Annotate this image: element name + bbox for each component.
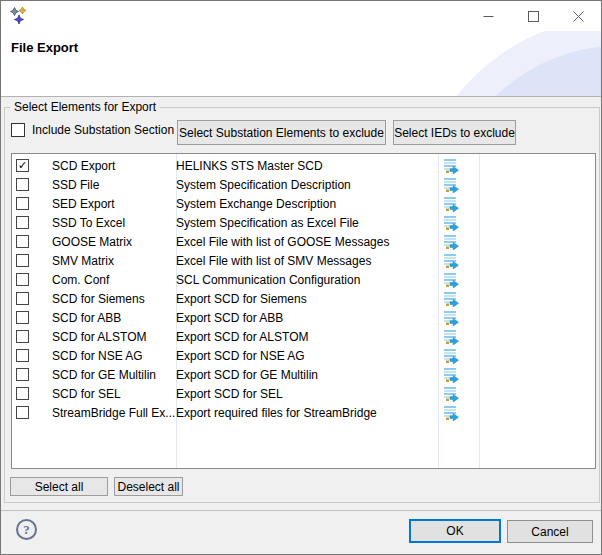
- row-checkbox[interactable]: ✓: [16, 159, 29, 172]
- maximize-button[interactable]: [511, 1, 556, 31]
- table-row[interactable]: SCD for Siemens Export SCD for Siemens: [12, 289, 595, 308]
- export-arrow-icon[interactable]: [439, 405, 479, 421]
- row-checkbox[interactable]: [16, 178, 29, 191]
- select-ieds-button[interactable]: Select IEDs to exclude: [393, 120, 516, 145]
- row-checkbox[interactable]: [16, 387, 29, 400]
- include-substation-label: Include Substation Section: [32, 123, 174, 137]
- footer-separator: [1, 510, 601, 511]
- include-substation-checkbox[interactable]: [11, 123, 25, 137]
- row-name: Com. Conf: [52, 273, 176, 287]
- table-row[interactable]: SCD for ALSTOM Export SCD for ALSTOM: [12, 327, 595, 346]
- export-arrow-icon[interactable]: [439, 215, 479, 231]
- export-arrow-icon[interactable]: [439, 291, 479, 307]
- row-checkbox-cell: [12, 387, 52, 400]
- export-arrow-icon[interactable]: [439, 386, 479, 402]
- row-description: Excel File with list of GOOSE Messages: [176, 235, 439, 249]
- row-description: System Exchange Description: [176, 197, 439, 211]
- row-checkbox[interactable]: [16, 273, 29, 286]
- table-row[interactable]: SSD To Excel System Specification as Exc…: [12, 213, 595, 232]
- table-row[interactable]: SMV Matrix Excel File with list of SMV M…: [12, 251, 595, 270]
- row-checkbox[interactable]: [16, 349, 29, 362]
- row-description: HELINKS STS Master SCD: [176, 159, 439, 173]
- export-arrow-icon[interactable]: [439, 158, 479, 174]
- row-name: SSD File: [52, 178, 176, 192]
- export-arrow-icon[interactable]: [439, 196, 479, 212]
- select-substation-elements-button[interactable]: Select Substation Elements to exclude: [177, 120, 386, 145]
- export-arrow-icon[interactable]: [439, 234, 479, 250]
- table-row[interactable]: SED Export System Exchange Description: [12, 194, 595, 213]
- row-checkbox[interactable]: [16, 368, 29, 381]
- row-checkbox[interactable]: [16, 311, 29, 324]
- select-all-button[interactable]: Select all: [10, 477, 108, 496]
- row-description: System Specification Description: [176, 178, 439, 192]
- row-checkbox-cell: [12, 311, 52, 324]
- table-row[interactable]: ✓ SCD Export HELINKS STS Master SCD: [12, 156, 595, 175]
- row-description: SCL Communication Configuration: [176, 273, 439, 287]
- row-name: StreamBridge Full Ex...: [52, 406, 176, 420]
- export-arrow-icon[interactable]: [439, 253, 479, 269]
- row-name: SSD To Excel: [52, 216, 176, 230]
- row-description: Export SCD for ABB: [176, 311, 439, 325]
- export-arrow-icon[interactable]: [439, 329, 479, 345]
- row-description: Export SCD for Siemens: [176, 292, 439, 306]
- row-name: GOOSE Matrix: [52, 235, 176, 249]
- row-name: SCD for NSE AG: [52, 349, 176, 363]
- row-checkbox[interactable]: [16, 406, 29, 419]
- row-checkbox-cell: [12, 178, 52, 191]
- export-options-table[interactable]: ✓ SCD Export HELINKS STS Master SCD SSD …: [11, 153, 596, 469]
- row-name: SCD for ABB: [52, 311, 176, 325]
- row-name: SED Export: [52, 197, 176, 211]
- export-arrow-icon[interactable]: [439, 367, 479, 383]
- row-checkbox-cell: [12, 235, 52, 248]
- deselect-all-button[interactable]: Deselect all: [114, 477, 183, 496]
- row-checkbox-cell: [12, 406, 52, 419]
- row-checkbox-cell: [12, 197, 52, 210]
- row-name: SCD for Siemens: [52, 292, 176, 306]
- table-row[interactable]: GOOSE Matrix Excel File with list of GOO…: [12, 232, 595, 251]
- row-checkbox-cell: [12, 273, 52, 286]
- app-sparkles-icon: [9, 6, 29, 26]
- table-row[interactable]: SCD for NSE AG Export SCD for NSE AG: [12, 346, 595, 365]
- banner-separator: [1, 96, 601, 97]
- table-row[interactable]: SCD for ABB Export SCD for ABB: [12, 308, 595, 327]
- row-name: SCD for GE Multilin: [52, 368, 176, 382]
- row-checkbox[interactable]: [16, 254, 29, 267]
- table-row[interactable]: SCD for GE Multilin Export SCD for GE Mu…: [12, 365, 595, 384]
- title-bar: [1, 1, 601, 31]
- row-checkbox-cell: [12, 368, 52, 381]
- export-arrow-icon[interactable]: [439, 177, 479, 193]
- close-button[interactable]: [556, 1, 601, 31]
- row-checkbox[interactable]: [16, 197, 29, 210]
- table-row[interactable]: SSD File System Specification Descriptio…: [12, 175, 595, 194]
- table-row[interactable]: Com. Conf SCL Communication Configuratio…: [12, 270, 595, 289]
- group-label: Select Elements for Export: [10, 100, 160, 114]
- row-name: SCD for ALSTOM: [52, 330, 176, 344]
- row-description: Export SCD for SEL: [176, 387, 439, 401]
- row-checkbox[interactable]: [16, 216, 29, 229]
- export-arrow-icon[interactable]: [439, 348, 479, 364]
- row-checkbox-cell: ✓: [12, 159, 52, 172]
- row-checkbox-cell: [12, 292, 52, 305]
- row-description: Export required files for StreamBridge: [176, 406, 439, 420]
- help-button[interactable]: ?: [16, 519, 37, 540]
- row-checkbox-cell: [12, 330, 52, 343]
- row-checkbox-cell: [12, 349, 52, 362]
- row-name: SMV Matrix: [52, 254, 176, 268]
- include-substation-row[interactable]: Include Substation Section: [11, 123, 174, 137]
- row-checkbox[interactable]: [16, 292, 29, 305]
- row-checkbox[interactable]: [16, 330, 29, 343]
- row-name: SCD Export: [52, 159, 176, 173]
- ok-button[interactable]: OK: [409, 519, 501, 543]
- row-checkbox[interactable]: [16, 235, 29, 248]
- row-checkbox-cell: [12, 254, 52, 267]
- cancel-button[interactable]: Cancel: [507, 520, 593, 543]
- row-description: Export SCD for GE Multilin: [176, 368, 439, 382]
- export-arrow-icon[interactable]: [439, 310, 479, 326]
- export-arrow-icon[interactable]: [439, 272, 479, 288]
- table-row[interactable]: SCD for SEL Export SCD for SEL: [12, 384, 595, 403]
- row-name: SCD for SEL: [52, 387, 176, 401]
- table-row[interactable]: StreamBridge Full Ex... Export required …: [12, 403, 595, 422]
- minimize-button[interactable]: [466, 1, 511, 31]
- wizard-banner: File Export: [1, 31, 601, 96]
- row-description: Excel File with list of SMV Messages: [176, 254, 439, 268]
